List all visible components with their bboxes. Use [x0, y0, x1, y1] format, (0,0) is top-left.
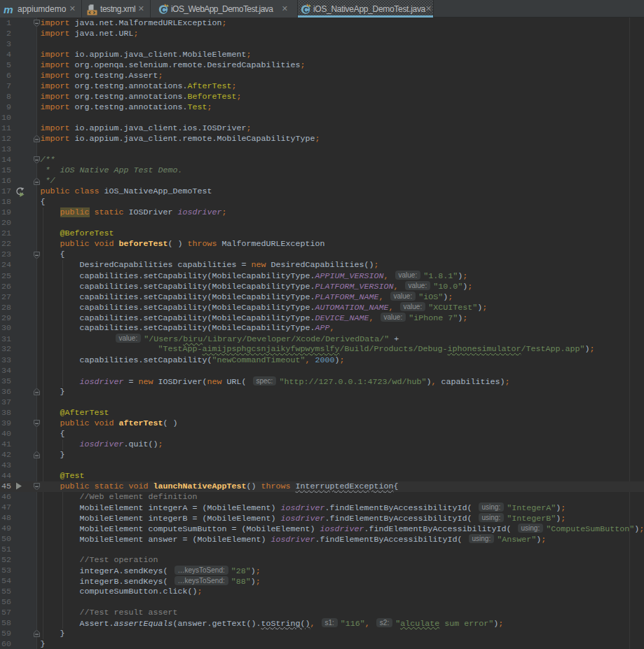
svg-text:C: C	[160, 5, 166, 13]
svg-text:m: m	[4, 4, 13, 15]
svg-text:C: C	[303, 5, 308, 13]
